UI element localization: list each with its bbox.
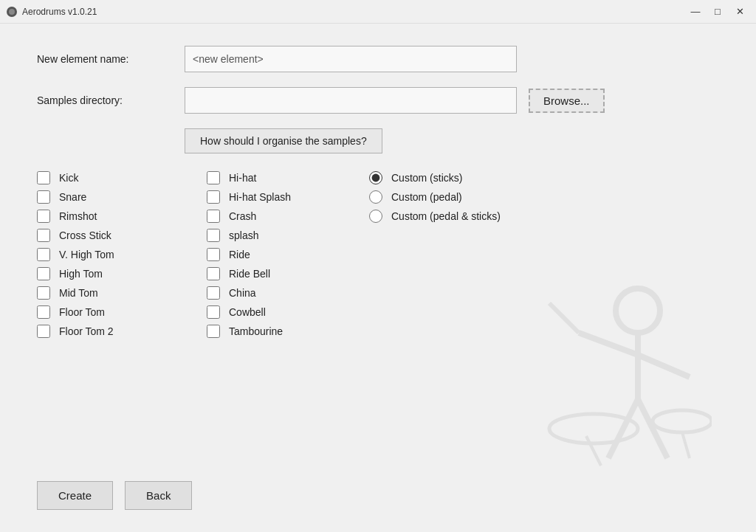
- svg-line-11: [586, 436, 601, 466]
- ride-bell-label: Ride Bell: [229, 268, 270, 280]
- ride-bell-checkbox[interactable]: [207, 267, 220, 280]
- checkbox-ride-bell[interactable]: Ride Bell: [207, 267, 369, 280]
- svg-line-6: [638, 355, 690, 377]
- back-button[interactable]: Back: [125, 481, 192, 510]
- checkbox-rimshot[interactable]: Rimshot: [37, 210, 207, 223]
- app-icon: [6, 6, 18, 18]
- hi-hat-splash-label: Hi-hat Splash: [229, 191, 291, 203]
- custom-pedal-radio[interactable]: [369, 190, 382, 204]
- china-label: China: [229, 287, 256, 299]
- samples-dir-input[interactable]: [185, 87, 517, 114]
- checkbox-column-1: Kick Snare Rimshot Cross Stick V. High T…: [37, 171, 207, 344]
- splash-label: splash: [229, 229, 258, 241]
- floor-tom-2-checkbox[interactable]: [37, 325, 50, 338]
- custom-pedal-sticks-label: Custom (pedal & sticks): [391, 210, 501, 222]
- bottom-buttons: Create Back: [37, 481, 192, 510]
- mid-tom-label: Mid Tom: [59, 287, 98, 299]
- radio-custom-pedal-sticks[interactable]: Custom (pedal & sticks): [369, 210, 576, 223]
- samples-dir-label: Samples directory:: [37, 94, 185, 106]
- element-name-row: New element name:: [37, 46, 719, 72]
- hi-hat-label: Hi-hat: [229, 172, 256, 184]
- checkbox-hi-hat-splash[interactable]: Hi-hat Splash: [207, 190, 369, 204]
- tambourine-label: Tambourine: [229, 325, 283, 337]
- svg-point-2: [616, 289, 660, 333]
- element-name-label: New element name:: [37, 53, 185, 65]
- snare-label: Snare: [59, 191, 86, 203]
- window-title: Aerodrums v1.0.21: [22, 7, 97, 17]
- v-high-tom-label: V. High Tom: [59, 249, 114, 260]
- ride-checkbox[interactable]: [207, 248, 220, 261]
- checkbox-hi-hat[interactable]: Hi-hat: [207, 171, 369, 184]
- title-bar-left: Aerodrums v1.0.21: [6, 6, 97, 18]
- element-name-input[interactable]: [185, 46, 517, 72]
- checkbox-mid-tom[interactable]: Mid Tom: [37, 286, 207, 300]
- hi-hat-checkbox[interactable]: [207, 171, 220, 184]
- checkbox-high-tom[interactable]: High Tom: [37, 267, 207, 280]
- hi-hat-splash-checkbox[interactable]: [207, 190, 220, 204]
- checkbox-tambourine[interactable]: Tambourine: [207, 325, 369, 338]
- cowbell-label: Cowbell: [229, 306, 266, 318]
- checkbox-cross-stick[interactable]: Cross Stick: [37, 229, 207, 242]
- title-bar-controls: — □ ✕: [685, 3, 750, 21]
- mid-tom-checkbox[interactable]: [37, 286, 50, 300]
- checkbox-crash[interactable]: Crash: [207, 210, 369, 223]
- checkbox-ride[interactable]: Ride: [207, 248, 369, 261]
- svg-line-7: [608, 399, 638, 458]
- svg-point-1: [9, 9, 15, 15]
- svg-line-12: [682, 432, 690, 458]
- v-high-tom-checkbox[interactable]: [37, 248, 50, 261]
- close-button[interactable]: ✕: [729, 3, 750, 21]
- title-bar: Aerodrums v1.0.21 — □ ✕: [0, 0, 756, 24]
- china-checkbox[interactable]: [207, 286, 220, 300]
- drum-figure-decoration: [490, 266, 712, 473]
- crash-checkbox[interactable]: [207, 210, 220, 223]
- samples-dir-row: Samples directory: Browse...: [37, 87, 719, 114]
- help-button-container: How should I organise the samples?: [37, 128, 719, 171]
- main-content: New element name: Samples directory: Bro…: [0, 24, 756, 532]
- floor-tom-2-label: Floor Tom 2: [59, 325, 114, 337]
- high-tom-checkbox[interactable]: [37, 267, 50, 280]
- high-tom-label: High Tom: [59, 268, 103, 280]
- svg-line-5: [549, 303, 579, 333]
- checkbox-splash[interactable]: splash: [207, 229, 369, 242]
- rimshot-checkbox[interactable]: [37, 210, 50, 223]
- checkbox-china[interactable]: China: [207, 286, 369, 300]
- browse-button[interactable]: Browse...: [529, 89, 605, 113]
- cross-stick-label: Cross Stick: [59, 229, 111, 241]
- kick-checkbox[interactable]: [37, 171, 50, 184]
- custom-sticks-label: Custom (sticks): [391, 172, 462, 184]
- floor-tom-checkbox[interactable]: [37, 305, 50, 319]
- checkbox-v-high-tom[interactable]: V. High Tom: [37, 248, 207, 261]
- checkbox-snare[interactable]: Snare: [37, 190, 207, 204]
- checkbox-column-2: Hi-hat Hi-hat Splash Crash splash Ride R…: [207, 171, 369, 344]
- kick-label: Kick: [59, 172, 78, 184]
- custom-pedal-sticks-radio[interactable]: [369, 210, 382, 223]
- svg-line-4: [579, 333, 638, 355]
- help-button[interactable]: How should I organise the samples?: [185, 128, 382, 153]
- crash-label: Crash: [229, 210, 256, 222]
- maximize-button[interactable]: □: [707, 3, 728, 21]
- tambourine-checkbox[interactable]: [207, 325, 220, 338]
- floor-tom-label: Floor Tom: [59, 306, 105, 318]
- snare-checkbox[interactable]: [37, 190, 50, 204]
- minimize-button[interactable]: —: [685, 3, 706, 21]
- radio-custom-sticks[interactable]: Custom (sticks): [369, 171, 576, 184]
- cowbell-checkbox[interactable]: [207, 305, 220, 319]
- custom-pedal-label: Custom (pedal): [391, 191, 462, 203]
- create-button[interactable]: Create: [37, 481, 113, 510]
- radio-custom-pedal[interactable]: Custom (pedal): [369, 190, 576, 204]
- checkbox-kick[interactable]: Kick: [37, 171, 207, 184]
- checkbox-cowbell[interactable]: Cowbell: [207, 305, 369, 319]
- rimshot-label: Rimshot: [59, 210, 97, 222]
- checkbox-floor-tom[interactable]: Floor Tom: [37, 305, 207, 319]
- splash-checkbox[interactable]: [207, 229, 220, 242]
- custom-sticks-radio[interactable]: [369, 171, 382, 184]
- checkbox-floor-tom-2[interactable]: Floor Tom 2: [37, 325, 207, 338]
- svg-point-10: [653, 410, 712, 432]
- cross-stick-checkbox[interactable]: [37, 229, 50, 242]
- ride-label: Ride: [229, 249, 250, 260]
